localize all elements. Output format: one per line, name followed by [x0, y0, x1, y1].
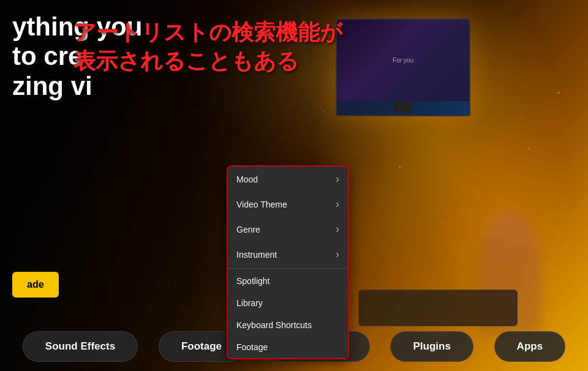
menu-item-video-theme[interactable]: Video Theme	[228, 192, 348, 217]
menu-item-library[interactable]: Library	[228, 292, 348, 314]
japanese-annotation: アートリストの検索機能が 表示されることもある	[74, 18, 342, 76]
menu-item-footage[interactable]: Footage	[228, 336, 348, 358]
menu-divider	[228, 268, 348, 269]
monitor-decoration: For you	[336, 18, 470, 116]
menu-item-keyboard-shortcuts[interactable]: Keyboard Shortcuts	[228, 314, 348, 336]
keyboard-decoration	[358, 290, 518, 326]
menu-item-mood[interactable]: Mood	[228, 167, 348, 192]
monitor-stand	[394, 101, 412, 113]
dropdown-menu: MoodVideo ThemeGenreInstrumentSpotlightL…	[227, 165, 349, 359]
menu-item-instrument[interactable]: Instrument	[228, 242, 348, 267]
menu-item-genre[interactable]: Genre	[228, 217, 348, 242]
nav-item-sound-effects[interactable]: Sound Effects	[23, 331, 138, 362]
yellow-button[interactable]: ade	[12, 272, 59, 298]
nav-item-plugins[interactable]: Plugins	[390, 331, 473, 362]
menu-item-spotlight[interactable]: Spotlight	[228, 270, 348, 292]
monitor-screen-text: For you	[393, 57, 413, 64]
nav-item-apps[interactable]: Apps	[494, 331, 566, 362]
monitor-screen: For you	[337, 20, 469, 101]
